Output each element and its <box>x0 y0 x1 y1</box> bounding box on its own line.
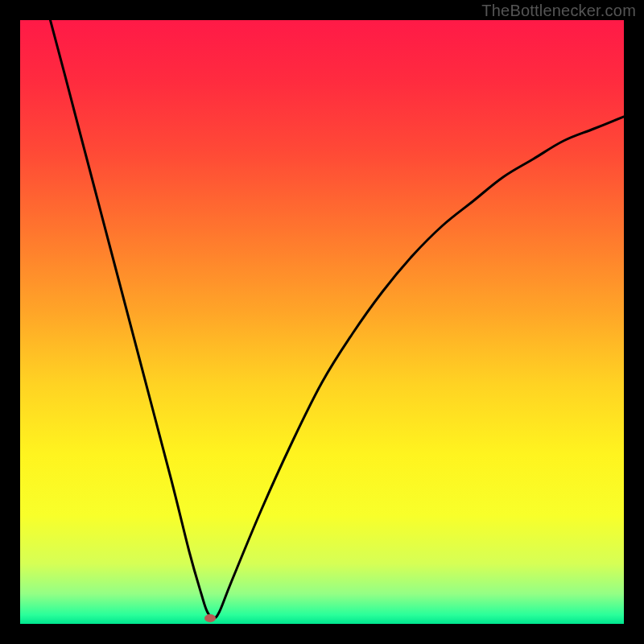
plot-inner <box>20 20 624 624</box>
chart-frame: TheBottlenecker.com <box>0 0 644 644</box>
optimum-marker <box>204 614 216 622</box>
curve-layer <box>20 20 624 624</box>
attribution-text: TheBottlenecker.com <box>481 2 636 20</box>
plot-area <box>20 20 624 624</box>
bottleneck-curve <box>20 20 624 618</box>
